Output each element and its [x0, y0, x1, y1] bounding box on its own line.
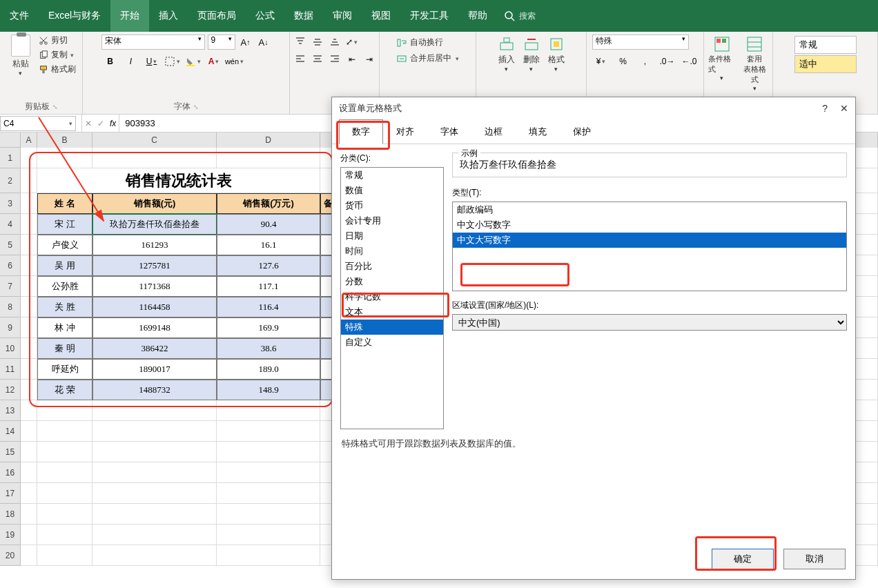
dialog-tab-number[interactable]: 数字 — [339, 119, 383, 144]
cell-sales-yuan[interactable]: 1164458 — [92, 297, 217, 317]
cell-sales-wan[interactable]: 169.9 — [217, 317, 320, 338]
cell-sales-yuan[interactable]: 386422 — [92, 338, 217, 359]
format-painter-button[interactable]: 格式刷 — [39, 63, 76, 75]
align-bottom-icon[interactable] — [327, 35, 342, 50]
fill-color-button[interactable] — [184, 52, 202, 70]
category-item[interactable]: 文本 — [341, 304, 443, 320]
search-icon[interactable]: 搜索 — [504, 10, 536, 22]
tab-help[interactable]: 帮助 — [458, 0, 497, 32]
col-header-D[interactable]: D — [217, 133, 320, 148]
tab-page-layout[interactable]: 页面布局 — [188, 0, 246, 32]
table-title[interactable]: 销售情况统计表 — [37, 168, 320, 193]
tab-data[interactable]: 数据 — [284, 0, 323, 32]
enter-formula-icon[interactable]: ✓ — [97, 119, 104, 128]
col-header-B[interactable]: B — [37, 133, 92, 148]
type-list[interactable]: 邮政编码中文小写数字中文大写数字 — [452, 202, 847, 291]
category-item[interactable]: 常规 — [341, 168, 443, 183]
border-button[interactable] — [164, 52, 182, 70]
cell-sales-wan[interactable]: 116.4 — [217, 297, 320, 317]
increase-indent-icon[interactable]: ⇥ — [362, 52, 377, 67]
paste-button[interactable]: 粘贴 ▾ — [7, 35, 35, 77]
help-icon[interactable]: ? — [822, 103, 828, 114]
align-right-icon[interactable] — [327, 52, 342, 67]
category-item[interactable]: 百分比 — [341, 259, 443, 274]
accounting-format-icon[interactable]: ¥ — [592, 54, 610, 69]
tab-excel-finance[interactable]: Excel与财务 — [39, 0, 110, 32]
align-left-icon[interactable] — [293, 52, 308, 67]
align-top-icon[interactable] — [293, 35, 308, 50]
cell-name[interactable]: 关 胜 — [37, 297, 92, 317]
dialog-tab-align[interactable]: 对齐 — [383, 119, 427, 144]
delete-cells-button[interactable]: 删除▾ — [522, 35, 541, 72]
cell-name[interactable]: 公孙胜 — [37, 276, 92, 297]
underline-button[interactable]: U — [143, 52, 161, 70]
cell-sales-yuan[interactable]: 1275781 — [92, 255, 217, 276]
cell-sales-wan[interactable]: 189.0 — [217, 359, 320, 380]
tab-developer[interactable]: 开发工具 — [400, 0, 458, 32]
number-format-select[interactable]: 特殊▾ — [592, 35, 689, 50]
dialog-tab-border[interactable]: 边框 — [471, 119, 516, 144]
clipboard-launcher-icon[interactable]: ⤡ — [52, 104, 58, 110]
header-sales-wan[interactable]: 销售额(万元) — [217, 193, 320, 214]
cell-name[interactable]: 卢俊义 — [37, 235, 92, 255]
copy-button[interactable]: 复制 ▾ — [39, 49, 76, 61]
tab-insert[interactable]: 插入 — [149, 0, 188, 32]
type-item[interactable]: 中文小写数字 — [453, 217, 846, 233]
align-center-icon[interactable] — [310, 52, 325, 67]
increase-decimal-icon[interactable]: .0→ — [658, 54, 676, 69]
cell-name[interactable]: 吴 用 — [37, 255, 92, 276]
tab-home[interactable]: 开始 — [110, 0, 149, 32]
conditional-format-button[interactable]: 条件格式▾ — [708, 35, 736, 92]
category-item[interactable]: 科学记数 — [341, 289, 443, 304]
tab-formulas[interactable]: 公式 — [246, 0, 284, 32]
dialog-tab-protect[interactable]: 保护 — [560, 119, 604, 144]
cell-name[interactable]: 呼延灼 — [37, 359, 92, 380]
percent-format-icon[interactable]: % — [614, 54, 632, 69]
cell-name[interactable]: 林 冲 — [37, 317, 92, 338]
bold-button[interactable]: B — [101, 52, 119, 70]
cell-sales-wan[interactable]: 148.9 — [217, 380, 320, 400]
cell-name[interactable]: 花 荣 — [37, 380, 92, 400]
cell-sales-yuan[interactable]: 161293 — [92, 235, 217, 255]
phonetic-button[interactable]: wén — [226, 52, 244, 70]
ok-button[interactable]: 确定 — [712, 549, 774, 569]
decrease-font-icon[interactable]: A↓ — [256, 35, 271, 50]
comma-format-icon[interactable]: , — [636, 54, 654, 69]
header-name[interactable]: 姓 名 — [37, 193, 92, 214]
merge-center-button[interactable]: 合并后居中 — [396, 50, 459, 66]
decrease-indent-icon[interactable]: ⇤ — [344, 52, 360, 67]
category-item[interactable]: 数值 — [341, 183, 443, 198]
align-middle-icon[interactable] — [310, 35, 325, 50]
cell-sales-yuan[interactable]: 1171368 — [92, 276, 217, 297]
close-icon[interactable]: ✕ — [840, 103, 848, 114]
dialog-tab-font[interactable]: 字体 — [427, 119, 471, 144]
cell-sales-yuan[interactable]: 玖拾万叁仟玖佰叁拾叁 — [92, 214, 217, 235]
style-normal[interactable]: 常规 — [794, 36, 857, 54]
cancel-button[interactable]: 取消 — [783, 549, 846, 569]
format-cells-button[interactable]: 格式▾ — [547, 35, 566, 72]
locale-select[interactable]: 中文(中国) — [452, 314, 847, 331]
cell-sales-wan[interactable]: 38.6 — [217, 338, 320, 359]
insert-cells-button[interactable]: 插入▾ — [497, 35, 516, 72]
category-item[interactable]: 日期 — [341, 228, 443, 244]
font-name-select[interactable]: 宋体 ▾ — [101, 35, 205, 50]
col-header-C[interactable]: C — [92, 133, 217, 148]
italic-button[interactable]: I — [122, 52, 140, 70]
cut-button[interactable]: 剪切 — [39, 35, 76, 46]
category-item[interactable]: 货币 — [341, 198, 443, 213]
col-header-A[interactable]: A — [21, 133, 37, 148]
cell-sales-wan[interactable]: 117.1 — [217, 276, 320, 297]
tab-review[interactable]: 审阅 — [323, 0, 362, 32]
fx-icon[interactable]: fx — [110, 119, 116, 128]
increase-font-icon[interactable]: A↑ — [238, 35, 253, 50]
cell-sales-yuan[interactable]: 1890017 — [92, 359, 217, 380]
select-all-corner[interactable] — [0, 133, 21, 147]
font-size-select[interactable]: 9 ▾ — [208, 35, 235, 50]
tab-file[interactable]: 文件 — [0, 0, 39, 32]
font-launcher-icon[interactable]: ⤡ — [193, 104, 199, 110]
cell-sales-wan[interactable]: 16.1 — [217, 235, 320, 255]
category-item[interactable]: 时间 — [341, 244, 443, 259]
tab-view[interactable]: 视图 — [362, 0, 400, 32]
cell-sales-wan[interactable]: 127.6 — [217, 255, 320, 276]
type-item[interactable]: 邮政编码 — [453, 202, 846, 217]
